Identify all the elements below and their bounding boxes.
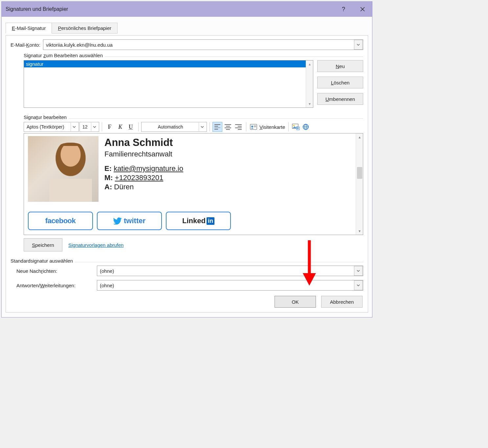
new-messages-combo[interactable]: (ohne) — [97, 266, 363, 276]
window-title: Signaturen und Briefpapier — [6, 6, 334, 12]
signature-name: Anna Schmidt — [104, 137, 183, 149]
facebook-button[interactable]: facebook — [28, 212, 93, 230]
new-button[interactable]: Neu — [317, 60, 363, 72]
close-icon — [360, 7, 365, 12]
titlebar: Signaturen und Briefpapier ? — [2, 2, 372, 17]
editor-toolbar: Aptos (Textkörper) 12 F K U Automatisch — [24, 122, 363, 132]
svg-point-5 — [293, 125, 295, 126]
scroll-thumb[interactable] — [357, 167, 362, 179]
edit-signature-group: Signatur bearbeiten Aptos (Textkörper) 1… — [24, 115, 363, 251]
linkedin-button[interactable]: Linkedin — [166, 212, 231, 230]
business-card-button[interactable]: Visitenkarte — [259, 124, 286, 130]
select-signature-group: Signatur zum Bearbeiten auswählen signat… — [24, 53, 363, 108]
bold-button[interactable]: F — [105, 122, 115, 132]
chevron-down-icon — [354, 280, 363, 290]
signature-email-line: E: katie@mysignature.io — [104, 164, 183, 173]
scroll-down-icon[interactable]: ▾ — [356, 227, 363, 235]
editor-scrollbar[interactable]: ▴ ▾ — [356, 133, 363, 235]
font-combo[interactable]: Aptos (Textkörper) — [24, 122, 79, 132]
save-row: Speichern Signaturvorlagen abrufen — [24, 238, 363, 251]
tab-panel: E-Mail-Konto: viktoriia.kulyk.ekn@lnu.ed… — [6, 35, 368, 313]
account-combo[interactable]: viktoriia.kulyk.ekn@lnu.edu.ua — [43, 39, 363, 50]
underline-button[interactable]: U — [126, 122, 136, 132]
dialog-body: E-Mail-Signatur Persönliches Briefpapier… — [2, 17, 372, 317]
svg-rect-3 — [254, 127, 256, 127]
signatures-dialog: Signaturen und Briefpapier ? E-Mail-Sign… — [1, 1, 372, 318]
account-label: E-Mail-Konto: — [11, 42, 40, 48]
replies-row: Antworten/Weiterleitungen: (ohne) — [16, 280, 363, 291]
scroll-down-icon[interactable]: ▾ — [306, 100, 313, 107]
delete-button[interactable]: Löschen — [317, 77, 363, 88]
chevron-down-icon — [91, 123, 98, 131]
close-button[interactable] — [353, 2, 372, 17]
cancel-button[interactable]: Abbrechen — [321, 296, 363, 308]
signature-editor[interactable]: Anna Schmidt Familienrechtsanwalt E: kat… — [24, 133, 356, 235]
chevron-down-icon — [71, 123, 77, 131]
scroll-up-icon[interactable]: ▴ — [356, 133, 363, 141]
signature-phone-line: M: +12023893201 — [104, 174, 183, 182]
align-center-button[interactable] — [223, 122, 233, 132]
tab-email-signature[interactable]: E-Mail-Signatur — [6, 23, 52, 34]
account-value: viktoriia.kulyk.ekn@lnu.edu.ua — [46, 42, 352, 48]
get-templates-link[interactable]: Signaturvorlagen abrufen — [68, 242, 123, 248]
signature-address-line: A: Düren — [104, 183, 183, 191]
signature-socials: facebook twitter Linkedin — [28, 212, 352, 230]
replies-label: Antworten/Weiterleitungen: — [16, 283, 97, 288]
signature-info: Anna Schmidt Familienrechtsanwalt E: kat… — [104, 136, 183, 192]
tabstrip: E-Mail-Signatur Persönliches Briefpapier — [6, 23, 368, 34]
edit-signature-title: Signatur bearbeiten — [24, 114, 69, 120]
signature-role: Familienrechtsanwalt — [104, 150, 183, 158]
italic-button[interactable]: K — [115, 122, 125, 132]
default-signature-title: Standardsignatur auswählen — [11, 258, 75, 264]
insert-link-button[interactable] — [301, 122, 310, 131]
chevron-down-icon — [354, 40, 363, 50]
select-signature-title: Signatur zum Bearbeiten auswählen — [24, 53, 105, 58]
business-card-icon — [249, 122, 258, 131]
rename-button[interactable]: Umbenennen — [317, 93, 363, 105]
new-messages-label: Neue Nachrichten: — [16, 268, 97, 274]
scrollbar[interactable]: ▴ ▾ — [306, 60, 313, 107]
signature-list-item[interactable]: signatur — [24, 60, 306, 67]
insert-image-button[interactable] — [291, 122, 300, 131]
signature-list-buttons: Neu Löschen Umbenennen — [317, 60, 363, 108]
signature-editor-wrap: Anna Schmidt Familienrechtsanwalt E: kat… — [24, 133, 363, 235]
account-row: E-Mail-Konto: viktoriia.kulyk.ekn@lnu.ed… — [11, 39, 363, 50]
align-left-button[interactable] — [212, 122, 222, 132]
new-messages-row: Neue Nachrichten: (ohne) — [16, 266, 363, 276]
default-signature-group: Standardsignatur auswählen Neue Nachrich… — [11, 259, 363, 291]
svg-point-1 — [251, 126, 253, 128]
signature-list[interactable]: signatur ▴ ▾ — [24, 60, 313, 108]
replies-combo[interactable]: (ohne) — [97, 280, 363, 291]
ok-button[interactable]: OK — [275, 296, 316, 308]
align-right-button[interactable] — [233, 122, 243, 132]
twitter-button[interactable]: twitter — [97, 212, 162, 230]
svg-rect-2 — [254, 126, 256, 126]
chevron-down-icon — [199, 123, 205, 131]
scroll-up-icon[interactable]: ▴ — [306, 60, 313, 68]
chevron-down-icon — [354, 266, 363, 276]
tab-personal-stationery[interactable]: Persönliches Briefpapier — [52, 23, 118, 34]
size-combo[interactable]: 12 — [79, 122, 99, 132]
help-button[interactable]: ? — [334, 2, 353, 17]
twitter-icon — [113, 217, 122, 224]
save-button[interactable]: Speichern — [24, 238, 62, 251]
dialog-footer: OK Abbrechen — [11, 296, 363, 308]
color-combo[interactable]: Automatisch — [141, 122, 207, 132]
signature-list-row: signatur ▴ ▾ Neu Löschen — [24, 60, 363, 108]
signature-photo — [28, 136, 99, 202]
